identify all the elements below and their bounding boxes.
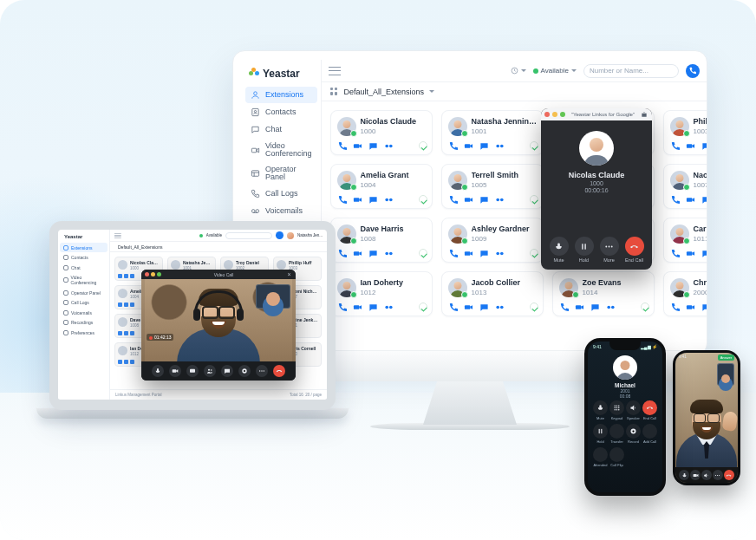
close-dot-icon[interactable] bbox=[145, 272, 149, 277]
extension-card[interactable]: Jacob Collier1013 bbox=[441, 271, 544, 316]
video-icon[interactable] bbox=[686, 248, 696, 258]
dial-button[interactable] bbox=[686, 64, 700, 78]
mute-button[interactable] bbox=[679, 470, 689, 480]
call-icon[interactable] bbox=[670, 248, 681, 258]
laptop-nav-item[interactable]: Call Logs bbox=[60, 298, 108, 308]
laptop-nav-item[interactable]: Preferences bbox=[60, 328, 108, 337]
call-icon[interactable] bbox=[118, 360, 122, 364]
extension-card[interactable]: Zoe Evans1014 bbox=[552, 271, 655, 316]
extension-card[interactable]: Ashley Gardner1009 bbox=[441, 218, 544, 263]
nav-contacts[interactable]: Contacts bbox=[245, 104, 317, 120]
chat-icon[interactable] bbox=[479, 248, 490, 258]
call-icon[interactable] bbox=[118, 331, 122, 335]
nav-chat[interactable]: Chat bbox=[245, 121, 317, 138]
voicemail-icon[interactable] bbox=[384, 302, 394, 312]
search-input[interactable] bbox=[225, 232, 272, 239]
chat-icon[interactable] bbox=[590, 302, 601, 312]
call-icon[interactable] bbox=[118, 274, 122, 278]
video-button[interactable] bbox=[169, 365, 181, 377]
dial-button[interactable] bbox=[276, 231, 284, 239]
callflip-button[interactable]: Call Flip bbox=[609, 447, 624, 467]
min-dot-icon[interactable] bbox=[151, 272, 155, 277]
max-dot-icon[interactable] bbox=[560, 112, 565, 117]
call-icon[interactable] bbox=[337, 140, 348, 151]
voicemail-icon[interactable] bbox=[495, 140, 505, 151]
chat-icon[interactable] bbox=[701, 302, 707, 312]
status-chip[interactable]: Available bbox=[533, 67, 577, 75]
brand[interactable]: Yeastar bbox=[245, 65, 317, 87]
participants-button[interactable] bbox=[204, 365, 216, 377]
voicemail-icon[interactable] bbox=[606, 302, 616, 312]
close-dot-icon[interactable] bbox=[544, 112, 550, 117]
endcall-button[interactable] bbox=[273, 365, 285, 377]
chat-icon[interactable] bbox=[130, 360, 134, 364]
voicemail-icon[interactable] bbox=[384, 140, 394, 151]
call-icon[interactable] bbox=[448, 194, 459, 205]
laptop-nav-item[interactable]: Chat bbox=[60, 263, 108, 272]
extension-card[interactable]: Natasha Jennings1001 bbox=[441, 110, 544, 155]
chat-icon[interactable] bbox=[368, 194, 379, 205]
record-button[interactable]: Record bbox=[626, 424, 641, 444]
hamburger-icon[interactable] bbox=[114, 233, 121, 238]
extension-card[interactable]: Naomi Nichols1007 bbox=[663, 164, 707, 209]
more-button[interactable]: More bbox=[599, 237, 620, 263]
hold-button[interactable]: Hold bbox=[593, 424, 608, 444]
close-icon[interactable]: × bbox=[286, 271, 292, 277]
video-icon[interactable] bbox=[464, 140, 474, 151]
mute-button[interactable]: Mute bbox=[593, 400, 608, 420]
chat-icon[interactable] bbox=[701, 194, 707, 205]
chat-icon[interactable] bbox=[130, 331, 134, 335]
call-icon[interactable] bbox=[448, 140, 459, 151]
video-button[interactable] bbox=[690, 470, 701, 480]
video-icon[interactable] bbox=[353, 302, 363, 312]
voicemail-icon[interactable] bbox=[495, 248, 505, 258]
extension-card[interactable]: Phillip Huff1003 bbox=[663, 110, 707, 155]
extension-card[interactable]: Terrell Smith1005 bbox=[441, 164, 544, 209]
video-icon[interactable] bbox=[464, 302, 474, 312]
grid-icon[interactable] bbox=[330, 88, 339, 96]
keypad-button[interactable]: Keypad bbox=[609, 400, 624, 420]
call-icon[interactable] bbox=[118, 303, 122, 307]
record-button[interactable] bbox=[238, 365, 251, 377]
nav-video-conferencing[interactable]: Video Conferencing bbox=[245, 139, 317, 161]
nav-operator-panel[interactable]: Operator Panel bbox=[245, 162, 317, 185]
endcall-button[interactable]: End Call bbox=[642, 400, 657, 420]
footer-link[interactable]: Linkus Management Portal bbox=[115, 393, 162, 397]
extension-card[interactable]: Chris Cornell2000 bbox=[663, 271, 707, 316]
video-icon[interactable] bbox=[353, 194, 363, 205]
video-icon[interactable] bbox=[464, 248, 474, 258]
chat-icon[interactable] bbox=[130, 274, 134, 278]
chat-icon[interactable] bbox=[479, 140, 490, 151]
video-icon[interactable] bbox=[124, 331, 128, 335]
voicemail-icon[interactable] bbox=[495, 302, 505, 312]
user-name[interactable]: Natasha Jen... bbox=[297, 233, 323, 237]
nav-voicemails[interactable]: Voicemails bbox=[245, 203, 317, 219]
call-icon[interactable] bbox=[670, 194, 681, 205]
chat-button[interactable] bbox=[221, 365, 233, 377]
chat-icon[interactable] bbox=[368, 140, 379, 151]
video-icon[interactable] bbox=[124, 303, 128, 307]
extension-card[interactable]: Nicolas Claude1000 bbox=[330, 110, 433, 155]
nav-extensions[interactable]: Extensions bbox=[245, 87, 317, 103]
share-button[interactable] bbox=[186, 365, 199, 377]
call-icon[interactable] bbox=[448, 302, 459, 312]
call-icon[interactable] bbox=[448, 248, 459, 258]
answer-badge[interactable]: Answer bbox=[718, 355, 734, 361]
call-icon[interactable] bbox=[670, 302, 681, 312]
search-input[interactable]: Number or Name... bbox=[583, 64, 679, 78]
video-icon[interactable] bbox=[124, 274, 128, 278]
video-icon[interactable] bbox=[686, 194, 696, 205]
attended-button[interactable]: Attended bbox=[593, 447, 608, 467]
laptop-nav-item[interactable]: Extensions bbox=[60, 243, 108, 252]
brand[interactable]: Yeastar bbox=[60, 232, 108, 243]
mute-button[interactable]: Mute bbox=[549, 237, 570, 263]
video-icon[interactable] bbox=[686, 140, 696, 151]
call-icon[interactable] bbox=[670, 140, 681, 151]
laptop-nav-item[interactable]: Operator Panel bbox=[60, 288, 108, 297]
group-name[interactable]: Default_All_Extensions bbox=[344, 88, 425, 96]
endcall-button[interactable] bbox=[724, 470, 734, 480]
voicemail-icon[interactable] bbox=[384, 194, 394, 205]
addcall-button[interactable]: Add Call bbox=[642, 424, 657, 444]
transfer-button[interactable]: Transfer bbox=[609, 424, 624, 444]
video-icon[interactable] bbox=[124, 360, 128, 364]
